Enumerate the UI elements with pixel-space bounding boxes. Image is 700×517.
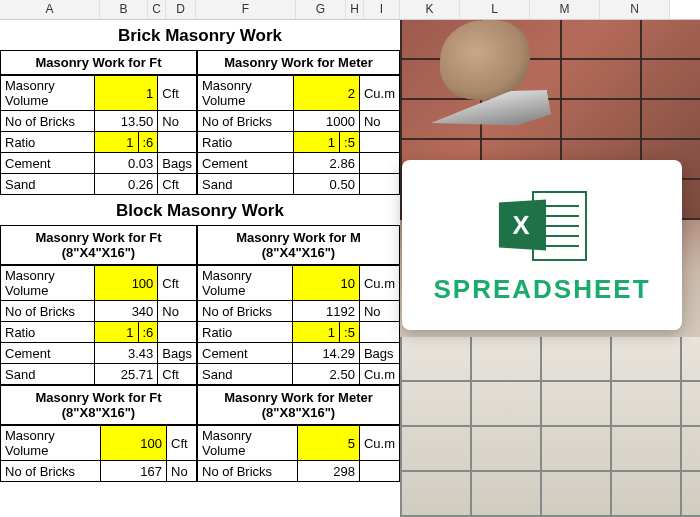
cell-value[interactable]: 0.26 xyxy=(94,174,158,195)
cell-unit[interactable]: Cu.m xyxy=(359,266,399,301)
col-A[interactable]: A xyxy=(0,0,100,19)
cell-label[interactable]: No of Bricks xyxy=(198,111,294,132)
cell-value[interactable]: 14.29 xyxy=(293,343,360,364)
cell-unit[interactable]: Cu.m xyxy=(359,364,399,385)
cell-label[interactable]: No of Bricks xyxy=(198,461,298,482)
cell-unit[interactable] xyxy=(359,153,399,174)
col-N[interactable]: N xyxy=(600,0,670,19)
cell-value[interactable]: 340 xyxy=(94,301,158,322)
cell-value[interactable]: 2 xyxy=(293,76,359,111)
cell-label[interactable]: No of Bricks xyxy=(1,111,95,132)
block-m-table: Masonry Volume10Cu.mNo of Bricks1192NoRa… xyxy=(197,265,400,385)
cell-unit[interactable]: Cft xyxy=(158,266,197,301)
cell-value[interactable]: 2.50 xyxy=(293,364,360,385)
table-row: Cement14.29Bags xyxy=(198,343,400,364)
cell-unit[interactable]: Cft xyxy=(158,76,197,111)
cell-unit[interactable] xyxy=(359,461,399,482)
cell-unit[interactable]: Cu.m xyxy=(359,426,399,461)
col-F[interactable]: F xyxy=(196,0,296,19)
cell-value[interactable]: 298 xyxy=(298,461,360,482)
table-row: Masonry Volume5Cu.m xyxy=(198,426,400,461)
cell-value[interactable]: 0.03 xyxy=(94,153,158,174)
cell-value[interactable]: 1192 xyxy=(293,301,360,322)
col-K[interactable]: K xyxy=(400,0,460,19)
cell-value[interactable]: 167 xyxy=(101,461,167,482)
cell-ratio2[interactable]: :6 xyxy=(138,132,158,153)
table-row: No of Bricks1192No xyxy=(198,301,400,322)
cell-value[interactable]: 2.86 xyxy=(293,153,359,174)
cell-label[interactable]: No of Bricks xyxy=(1,301,95,322)
cell-value[interactable]: 1 xyxy=(94,76,158,111)
table-row: No of Bricks298 xyxy=(198,461,400,482)
cell-label[interactable]: Masonry Volume xyxy=(1,266,95,301)
table-row: Sand0.50 xyxy=(198,174,400,195)
cell-value[interactable]: 1000 xyxy=(293,111,359,132)
cell-unit[interactable] xyxy=(359,132,399,153)
cell-value[interactable]: 1 xyxy=(94,132,138,153)
cell-label[interactable]: Cement xyxy=(198,153,294,174)
cell-unit[interactable]: Bags xyxy=(158,343,197,364)
cell-label[interactable]: Masonry Volume xyxy=(198,266,293,301)
cell-unit[interactable]: Bags xyxy=(359,343,399,364)
col-G[interactable]: G xyxy=(296,0,346,19)
cell-value[interactable]: 25.71 xyxy=(94,364,158,385)
cell-value[interactable]: 100 xyxy=(94,266,158,301)
col-M[interactable]: M xyxy=(530,0,600,19)
cell-unit[interactable]: No xyxy=(158,301,197,322)
cell-value[interactable]: 1 xyxy=(293,132,340,153)
table-row: No of Bricks167No xyxy=(1,461,197,482)
cell-unit[interactable]: No xyxy=(167,461,197,482)
cell-label[interactable]: No of Bricks xyxy=(198,301,293,322)
cell-label[interactable]: Sand xyxy=(1,174,95,195)
cell-label[interactable]: Cement xyxy=(1,343,95,364)
cell-unit[interactable]: No xyxy=(359,111,399,132)
cell-value[interactable]: 5 xyxy=(298,426,360,461)
cell-unit[interactable] xyxy=(359,322,399,343)
cell-unit[interactable]: Cft xyxy=(167,426,197,461)
col-I[interactable]: I xyxy=(364,0,400,19)
cell-value[interactable]: 13.50 xyxy=(94,111,158,132)
table-row: Cement2.86 xyxy=(198,153,400,174)
cell-unit[interactable]: Cu.m xyxy=(359,76,399,111)
cell-unit[interactable]: Bags xyxy=(158,153,197,174)
cell-value[interactable]: 1 xyxy=(94,322,138,343)
cell-label[interactable]: Ratio xyxy=(198,322,293,343)
cell-label[interactable]: Ratio xyxy=(198,132,294,153)
cell-unit[interactable]: Cft xyxy=(158,364,197,385)
col-D[interactable]: D xyxy=(166,0,196,19)
col-C[interactable]: C xyxy=(148,0,166,19)
cell-label[interactable]: Ratio xyxy=(1,322,95,343)
cell-value[interactable]: 3.43 xyxy=(94,343,158,364)
col-H[interactable]: H xyxy=(346,0,364,19)
cell-unit[interactable]: No xyxy=(158,111,197,132)
cell-value[interactable]: 1 xyxy=(293,322,340,343)
cell-ratio2[interactable]: :5 xyxy=(340,322,360,343)
table-row: No of Bricks13.50No xyxy=(1,111,197,132)
cell-label[interactable]: Cement xyxy=(198,343,293,364)
cell-value[interactable]: 100 xyxy=(101,426,167,461)
cell-unit[interactable] xyxy=(359,174,399,195)
cell-unit[interactable]: Cft xyxy=(158,174,197,195)
cell-unit[interactable]: No xyxy=(359,301,399,322)
cell-unit[interactable] xyxy=(158,132,197,153)
cell-label[interactable]: Sand xyxy=(198,364,293,385)
cell-label[interactable]: Sand xyxy=(1,364,95,385)
cell-value[interactable]: 10 xyxy=(293,266,360,301)
cell-label[interactable]: Masonry Volume xyxy=(198,76,294,111)
cell-label[interactable]: Sand xyxy=(198,174,294,195)
cell-ratio2[interactable]: :5 xyxy=(340,132,360,153)
cell-label[interactable]: Masonry Volume xyxy=(1,76,95,111)
cell-value[interactable]: 0.50 xyxy=(293,174,359,195)
cell-label[interactable]: Ratio xyxy=(1,132,95,153)
cell-ratio2[interactable]: :6 xyxy=(138,322,158,343)
col-L[interactable]: L xyxy=(460,0,530,19)
cell-label[interactable]: Masonry Volume xyxy=(198,426,298,461)
brick-title: Brick Masonry Work xyxy=(0,20,400,50)
col-B[interactable]: B xyxy=(100,0,148,19)
block-title: Block Masonry Work xyxy=(0,195,400,225)
cell-label[interactable]: Masonry Volume xyxy=(1,426,101,461)
brick-ft-table: Masonry Volume1CftNo of Bricks13.50NoRat… xyxy=(0,75,197,195)
cell-unit[interactable] xyxy=(158,322,197,343)
cell-label[interactable]: No of Bricks xyxy=(1,461,101,482)
cell-label[interactable]: Cement xyxy=(1,153,95,174)
